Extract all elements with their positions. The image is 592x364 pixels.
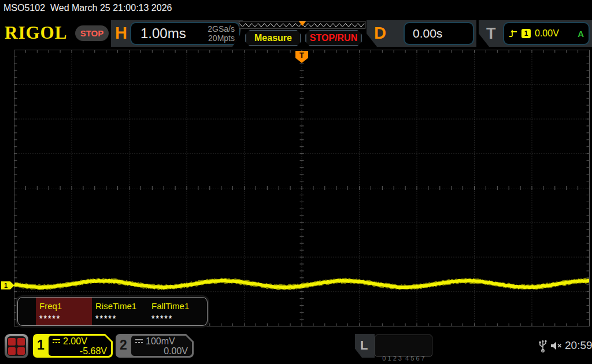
- channel2-scale: 100mV: [146, 336, 175, 346]
- measurement-value: *****: [39, 314, 92, 323]
- measurement-results-panel[interactable]: Freq1 ***** RiseTime1 ***** FallTime1 **…: [17, 297, 208, 326]
- measurement-freq1[interactable]: Freq1 *****: [36, 298, 92, 325]
- logic-channels-row1: 0 1 2 3 4 5 6 7: [375, 354, 432, 363]
- quick-menu-button[interactable]: [5, 334, 28, 358]
- channel2-status[interactable]: 2 100mV 0.00V: [116, 334, 194, 358]
- channel1-offset: -5.68V: [52, 346, 107, 356]
- channel2-number: 2: [120, 337, 127, 353]
- channel1-scale: 2.00V: [63, 336, 87, 346]
- oscilloscope-screen: MSO5102 Wed March 25 21:00:13 2026 RIGOL…: [0, 0, 592, 364]
- measurement-label: FallTime1: [151, 301, 204, 311]
- grid-menu-icon: [7, 336, 26, 356]
- measurement-label: RiseTime1: [95, 301, 148, 311]
- channel2-offset: 0.00V: [135, 346, 188, 356]
- channel1-level-marker-label: 1: [4, 282, 8, 289]
- channel1-status[interactable]: 1 2.00V -5.68V: [33, 334, 113, 358]
- status-clock: 20:59: [565, 339, 592, 352]
- measurement-value: *****: [95, 314, 148, 323]
- measurement-risetime1[interactable]: RiseTime1 *****: [92, 298, 148, 325]
- usb-icon: [539, 338, 547, 352]
- logic-channel-list[interactable]: 0 1 2 3 4 5 6 7 8 9 1011 12131415: [375, 335, 432, 357]
- measurement-label: Freq1: [39, 301, 92, 311]
- measurement-value: *****: [151, 314, 204, 323]
- dc-coupling-icon: [135, 339, 143, 344]
- dc-coupling-icon: [52, 339, 61, 344]
- trigger-position-marker-label: T: [299, 51, 304, 60]
- sound-muted-icon: [550, 341, 563, 351]
- channel1-number: 1: [37, 337, 45, 353]
- logic-key-label: L: [360, 338, 368, 353]
- measurement-falltime1[interactable]: FallTime1 *****: [148, 298, 204, 325]
